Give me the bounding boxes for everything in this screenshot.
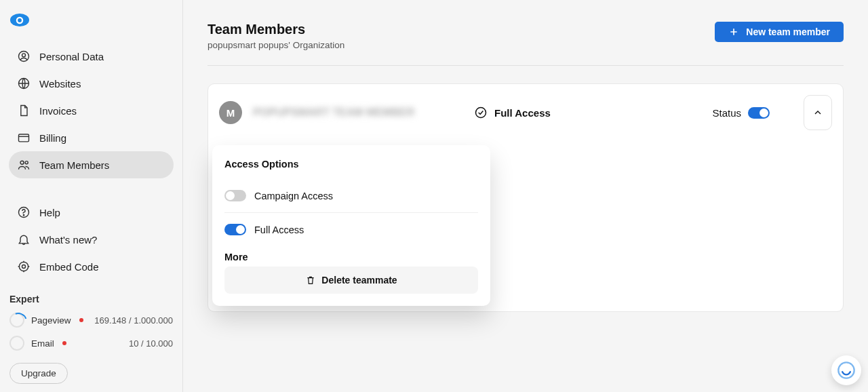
sidebar-item-label: Websites [39,78,81,90]
campaign-access-label: Campaign Access [254,191,333,201]
alert-dot-icon [62,341,66,345]
page-title: Team Members [208,22,344,37]
email-label: Email [31,338,54,349]
avatar: M [219,101,242,124]
sidebar-item-help[interactable]: Help [9,199,174,226]
status-toggle[interactable] [748,107,770,119]
sidebar: Personal Data Websites Invoices Billing … [0,0,183,392]
member-status: Status [712,107,770,119]
credit-card-icon [17,131,31,144]
new-member-button-label: New team member [746,26,830,37]
file-icon [17,104,31,117]
team-icon [17,158,31,172]
bell-icon [17,233,31,246]
target-icon [17,260,31,273]
member-name: POPUPSMART TEAM MEMBER [253,106,463,119]
expand-member-button[interactable] [804,95,832,130]
app-logo[interactable] [10,14,29,26]
sidebar-item-personal-data[interactable]: Personal Data [9,43,174,70]
status-label: Status [712,107,741,119]
svg-rect-5 [19,134,29,142]
page-header: Team Members popupsmart popups' Organiza… [208,22,844,66]
upgrade-button[interactable]: Upgrade [9,363,68,384]
help-icon [17,205,31,219]
svg-point-11 [22,265,26,269]
sidebar-usage: Expert Pageview 169.148 / 1.000.000 Emai… [0,286,182,384]
sidebar-item-embed-code[interactable]: Embed Code [9,253,174,280]
svg-point-7 [25,161,28,164]
nav-main: Personal Data Websites Invoices Billing … [0,37,182,184]
sidebar-item-team-members[interactable]: Team Members [9,151,174,178]
sidebar-item-label: Billing [39,132,66,144]
page-subtitle: popupsmart popups' Organization [208,40,344,50]
access-level-text: Full Access [494,107,551,119]
divider [224,212,478,213]
svg-point-12 [476,108,486,118]
more-heading: More [224,252,478,262]
chevron-up-icon [812,107,823,118]
delete-teammate-button[interactable]: Delete teammate [224,267,478,294]
campaign-access-toggle[interactable] [224,190,246,201]
plus-icon [728,26,739,37]
pageview-progress-icon [9,313,24,328]
sidebar-item-label: Embed Code [39,261,99,273]
pageview-value: 169.148 / 1.000.000 [94,315,173,326]
access-options-heading: Access Options [224,159,478,170]
pageview-label: Pageview [31,315,71,326]
full-access-label: Full Access [254,224,304,235]
member-row: M POPUPSMART TEAM MEMBER Full Access Sta… [208,84,843,141]
sidebar-item-label: Team Members [39,159,109,171]
svg-point-10 [19,262,28,271]
member-card: M POPUPSMART TEAM MEMBER Full Access Sta… [208,83,844,312]
email-progress-icon [9,336,24,351]
chat-widget-button[interactable] [831,355,861,385]
full-access-toggle[interactable] [224,224,246,235]
sidebar-item-whats-new[interactable]: What's new? [9,226,174,253]
svg-point-13 [838,362,854,378]
logo-icon [15,16,24,25]
svg-point-3 [22,54,26,57]
trash-icon [305,275,316,286]
user-circle-icon [17,50,31,63]
sidebar-item-label: Invoices [39,105,77,117]
check-circle-icon [474,106,488,119]
sidebar-item-websites[interactable]: Websites [9,70,174,97]
new-team-member-button[interactable]: New team member [715,22,844,42]
svg-point-6 [20,161,24,164]
svg-point-1 [18,18,22,22]
alert-dot-icon [79,318,83,322]
sidebar-item-invoices[interactable]: Invoices [9,97,174,124]
chat-smile-icon [837,361,856,380]
sidebar-item-billing[interactable]: Billing [9,124,174,151]
sidebar-item-label: What's new? [39,234,97,246]
nav-footer: Help What's new? Embed Code [0,193,182,286]
svg-point-9 [23,215,24,216]
globe-icon [17,77,31,90]
main-content: Team Members popupsmart popups' Organiza… [183,0,868,392]
full-access-row: Full Access [224,217,478,242]
delete-teammate-label: Delete teammate [321,275,397,286]
access-options-panel: Access Options Campaign Access Full Acce… [212,145,490,306]
email-value: 10 / 10.000 [129,338,173,349]
usage-pageview: Pageview 169.148 / 1.000.000 [9,313,173,328]
plan-heading: Expert [9,294,173,305]
usage-email: Email 10 / 10.000 [9,336,173,351]
sidebar-item-label: Personal Data [39,51,104,62]
sidebar-item-label: Help [39,207,60,218]
member-access-level: Full Access [474,106,701,119]
campaign-access-row: Campaign Access [224,183,478,208]
